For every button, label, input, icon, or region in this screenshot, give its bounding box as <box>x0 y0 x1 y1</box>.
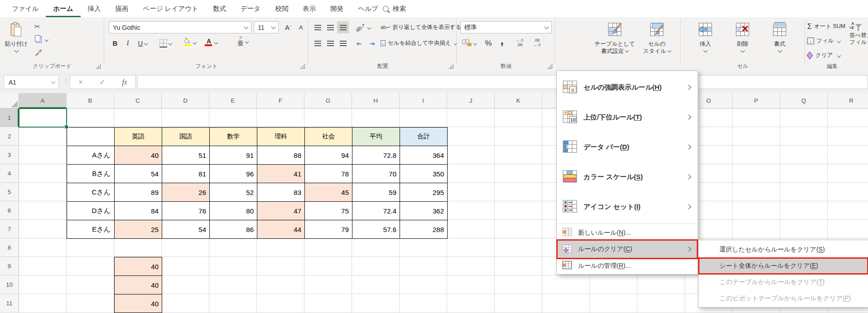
menu-item-color-scales[interactable]: カラー スケール(S) <box>557 162 698 192</box>
table-cell[interactable]: 362 <box>400 201 448 220</box>
table-header-cell[interactable]: 数学 <box>209 127 257 146</box>
table-header-cell[interactable]: 平均 <box>352 127 400 146</box>
table-cell[interactable]: 72.4 <box>352 201 400 220</box>
table-cell[interactable]: 51 <box>162 146 210 165</box>
table-cell[interactable]: 364 <box>400 146 448 165</box>
increase-indent-button[interactable]: ⇥ <box>366 37 378 49</box>
font-color-button[interactable]: A <box>202 36 220 48</box>
insert-function-icon[interactable]: fx <box>122 78 127 86</box>
table-cell[interactable]: 57.6 <box>352 220 400 239</box>
italic-button[interactable]: I <box>122 37 133 49</box>
table-cell[interactable]: 75 <box>304 201 352 220</box>
name-box[interactable]: A1 <box>4 75 59 89</box>
row-header-11[interactable]: 11 <box>0 294 19 313</box>
percent-style-button[interactable]: % <box>482 37 495 49</box>
column-header-J[interactable]: J <box>447 93 495 109</box>
menu-item-top-bottom-rules[interactable]: 10 上位/下位ルール(T) <box>557 102 698 132</box>
font-dialog-launcher[interactable] <box>300 64 305 69</box>
standalone-cell[interactable]: 40 <box>114 294 162 313</box>
table-cell[interactable]: 72.8 <box>352 146 400 165</box>
delete-cells-button[interactable]: 削除 <box>726 19 759 62</box>
table-cell[interactable]: 41 <box>257 164 305 183</box>
tab-developer[interactable]: 開発 <box>323 0 351 17</box>
row-header-10[interactable]: 10 <box>0 275 19 294</box>
row-header-4[interactable]: 4 <box>0 164 19 183</box>
enter-icon[interactable]: ✓ <box>99 78 105 86</box>
selected-cell-a1[interactable] <box>19 108 67 128</box>
row-header-7[interactable]: 7 <box>0 220 19 238</box>
table-cell[interactable]: 76 <box>162 201 210 220</box>
menu-item-data-bars[interactable]: データ バー(D) <box>557 132 698 162</box>
column-header-C[interactable]: C <box>114 93 162 109</box>
table-cell[interactable]: 86 <box>209 220 257 239</box>
table-header-cell[interactable]: 国語 <box>162 127 210 146</box>
menu-item-new-rule[interactable]: 新しいルール(N)... <box>557 226 698 240</box>
table-cell[interactable]: 79 <box>304 220 352 239</box>
row-header-2[interactable]: 2 <box>0 127 19 146</box>
tab-data[interactable]: データ <box>233 0 268 17</box>
paste-button[interactable]: 貼り付け <box>4 19 29 62</box>
table-cell[interactable]: 81 <box>162 164 210 183</box>
table-header-cell[interactable] <box>67 127 115 146</box>
standalone-cell[interactable]: 40 <box>114 257 162 276</box>
table-cell[interactable]: 70 <box>352 164 400 183</box>
number-format-combo[interactable]: 標準 <box>460 21 552 33</box>
submenu-item-clear-entire-sheet[interactable]: シート全体からルールをクリア(E) <box>699 258 868 274</box>
table-cell[interactable]: 26 <box>162 183 210 202</box>
table-cell[interactable]: 89 <box>114 183 162 202</box>
tab-home[interactable]: ホーム <box>46 0 80 17</box>
fill-color-button[interactable] <box>179 36 199 48</box>
row-header-3[interactable]: 3 <box>0 146 19 164</box>
table-cell[interactable]: 25 <box>114 220 162 239</box>
accounting-format-button[interactable] <box>459 37 479 49</box>
align-left-button[interactable] <box>312 37 323 49</box>
table-cell[interactable]: 45 <box>304 183 352 202</box>
underline-button[interactable]: U <box>135 37 150 49</box>
increase-font-size-button[interactable]: Aˆ <box>282 21 294 33</box>
table-cell[interactable]: 52 <box>209 183 257 202</box>
format-cells-button[interactable]: 書式 <box>763 19 796 62</box>
tab-formulas[interactable]: 数式 <box>206 0 233 17</box>
table-cell[interactable]: 78 <box>304 164 352 183</box>
column-header-A[interactable]: A <box>19 93 67 109</box>
name-box-dropdown-icon[interactable] <box>51 79 56 84</box>
decrease-decimal-button[interactable]: .00→.0 <box>529 38 545 47</box>
column-header-D[interactable]: D <box>162 93 209 109</box>
alignment-dialog-launcher[interactable] <box>448 64 453 69</box>
align-center-button[interactable] <box>324 37 336 49</box>
table-cell[interactable]: 40 <box>114 146 162 165</box>
table-header-cell[interactable]: 理科 <box>257 127 305 146</box>
menu-item-icon-sets[interactable]: アイコン セット(I) <box>557 192 698 222</box>
submenu-item-clear-selected-cells[interactable]: 選択したセルからルールをクリア(S) <box>699 242 868 258</box>
clear-button[interactable]: クリア <box>807 49 851 62</box>
font-size-combo[interactable]: 11 <box>254 21 279 33</box>
menu-item-clear-rules[interactable]: ルールのクリア(C) <box>557 240 698 259</box>
search-box[interactable]: 検索 <box>383 0 406 17</box>
column-header-H[interactable]: H <box>352 93 400 109</box>
select-all-corner[interactable] <box>0 93 19 109</box>
cell-styles-button[interactable]: セルの スタイル <box>637 19 677 68</box>
formula-input[interactable] <box>137 75 868 89</box>
row-header-8[interactable]: 8 <box>0 238 19 257</box>
row-header-1[interactable]: 1 <box>0 109 19 127</box>
borders-button[interactable] <box>156 37 175 49</box>
table-cell[interactable]: 91 <box>209 146 257 165</box>
column-header-G[interactable]: G <box>304 93 352 109</box>
table-cell[interactable]: 88 <box>257 146 305 165</box>
orientation-button[interactable]: ab↗ <box>353 21 372 33</box>
bold-button[interactable]: B <box>110 37 121 49</box>
table-row-name[interactable]: Dさん <box>67 201 115 220</box>
table-cell[interactable]: 288 <box>400 220 448 239</box>
tab-file[interactable]: ファイル <box>5 0 46 17</box>
table-cell[interactable]: 84 <box>114 201 162 220</box>
row-header-6[interactable]: 6 <box>0 201 19 220</box>
align-right-button[interactable] <box>337 37 349 49</box>
column-header-P[interactable]: P <box>733 93 780 109</box>
table-cell[interactable]: 94 <box>304 146 352 165</box>
tab-insert[interactable]: 挿入 <box>81 0 108 17</box>
column-header-Q[interactable]: Q <box>780 93 828 109</box>
format-as-table-button[interactable]: テーブルとして 書式設定 <box>594 19 635 68</box>
font-name-combo[interactable]: Yu Gothic <box>109 21 251 33</box>
standalone-cell[interactable]: 40 <box>114 275 162 294</box>
table-cell[interactable]: 44 <box>257 220 305 239</box>
